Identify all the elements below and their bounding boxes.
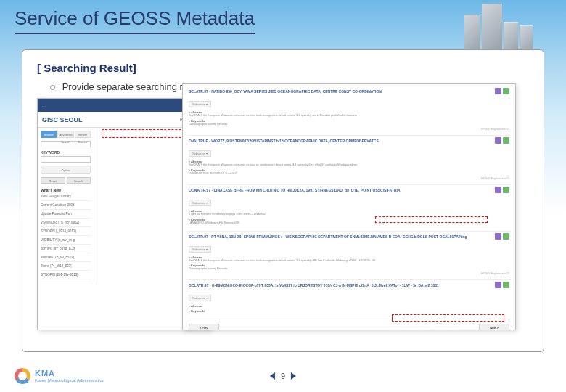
news-item: Tinms [74_W14_027] — [41, 262, 91, 271]
page-num: 9 — [281, 372, 285, 380]
abstract-text: Set/DNATh the European Measures consumer… — [189, 163, 509, 167]
result-item: OVALTRUE - WORTZ, 9/OSTEN007/2OVISTARINS… — [187, 136, 511, 185]
result-title: SCLATR.97 - NATIBO 950_OCY YAMA SERIES J… — [189, 89, 509, 94]
result-item: SCLATR.97 - PT VSNA, 10N 2BI-SP1NS FRIMM… — [187, 232, 511, 281]
news-item: SYNOPIS [_0914_9512] — [41, 227, 91, 236]
action-icon — [495, 233, 501, 240]
tab-advanced: Advanced Search — [57, 131, 73, 138]
keywords-text: Oceanographic survey Records — [189, 123, 509, 126]
subscribe-badge: Subscribe ▾ — [189, 200, 211, 206]
result-hits: HP(349 Bing/release/v15 — [481, 128, 509, 131]
news-item: estimate [78_93_8523] — [41, 253, 91, 262]
news-item: VSWIND [87_S_ncr_lat62] — [41, 219, 91, 227]
mini-input-2 — [41, 156, 91, 163]
slide-title: Service of GEOSS Metadata — [15, 7, 255, 34]
gisc-logo: GISC SEOUL — [42, 116, 83, 123]
page-number: 9 — [270, 372, 296, 380]
reset-button: Reset — [41, 177, 65, 184]
mini-sidebar: Browse Advanced Search Simple Search KEY… — [38, 128, 94, 282]
prev-button: < Prev — [189, 324, 219, 330]
result-icons — [495, 137, 509, 144]
keywords-text: LC6938 DERCC IBCGEOCO S net.M9 — [189, 172, 509, 176]
action-icon — [503, 137, 509, 144]
results-list: SCLATR.97 - NATIBO 950_OCY YAMA SERIES J… — [183, 84, 515, 322]
subscribe-badge: Subscribe ▾ — [189, 246, 211, 253]
news-item: Current Condition 2008 — [41, 201, 91, 210]
highlight-box-3 — [392, 314, 504, 322]
screenshot-results: SCLATR.97 - NATIBO 950_OCY YAMA SERIES J… — [182, 83, 516, 330]
next-button: Next > — [479, 324, 509, 330]
abstract-label: ▸ Abstract — [189, 304, 509, 308]
result-icons — [495, 88, 509, 94]
subscribe-badge: Subscribe ▾ — [189, 295, 211, 301]
action-icon — [495, 282, 501, 288]
content-panel: [ Searching Result] Provide separate sea… — [22, 49, 544, 352]
bullet-icon — [50, 85, 55, 90]
action-icon — [495, 88, 501, 94]
abstract-text: Set/DNATh the European Measures consumer… — [189, 259, 509, 263]
tab-browse: Browse — [41, 131, 57, 138]
action-icon — [503, 233, 509, 240]
action-icon — [503, 187, 509, 193]
action-icon — [503, 88, 509, 94]
section-heading: [ Searching Result] — [37, 62, 529, 74]
result-icons — [495, 187, 509, 193]
triangle-right-icon — [291, 372, 296, 380]
result-icons — [495, 233, 509, 240]
triangle-left-icon — [270, 372, 275, 380]
result-title: SCLATR.97 - PT VSNA, 10N 2BI-SP1NS FRIMM… — [189, 234, 509, 239]
result-item: SCLATR.97 - NATIBO 950_OCY YAMA SERIES J… — [187, 86, 511, 136]
abstract-text: s NEs far r(newest threshold(compsys STE… — [189, 213, 509, 216]
page-footer: KMA Korea Meteorological Administration … — [0, 366, 566, 386]
result-title: GCLATR.97 - G-E9MON,OCO-INOCGF-b7f-T 903… — [189, 283, 509, 287]
action-icon — [503, 282, 509, 288]
tab-simple: Simple Search — [75, 131, 91, 138]
option-panel: Option — [41, 166, 91, 174]
kma-logo-icon — [15, 368, 30, 384]
kma-logo-main: KMA — [35, 369, 104, 378]
search-button: Search — [67, 177, 91, 184]
subscribe-badge: Subscribe ▾ — [189, 101, 211, 107]
news-item: VISIBILITY [rt_wvt_m-g] — [41, 236, 91, 245]
kma-logo: KMA Korea Meteorological Administration — [15, 368, 104, 384]
result-title: OVALTRUE - WORTZ, 9/OSTEN007/2OVISTARINS… — [189, 139, 509, 143]
keywords-text: Oceanographic survey Records — [189, 267, 509, 271]
result-icons — [495, 282, 509, 288]
keyword-label: KEYWORD — [41, 150, 91, 155]
result-hits: HP(349 Bing/release/v15 — [481, 272, 509, 275]
keywords-label: ▸ Keywords — [189, 309, 509, 313]
result-hits: HP(349 Bing/release/v15 — [481, 177, 509, 180]
result-item: OONA.TR.97 - DINACASE BFRE FROM MN CROTN… — [187, 185, 511, 232]
action-icon — [495, 187, 501, 193]
result-title: OONA.TR.97 - DINACASE BFRE FROM MN CROTN… — [189, 188, 509, 192]
news-item: Update Forecast Run — [41, 210, 91, 219]
news-item: SYNOPIS [201-19v-9513] — [41, 271, 91, 279]
subscribe-badge: Subscribe ▾ — [189, 150, 211, 157]
pager-row: < Prev Next > — [183, 322, 515, 332]
news-item: Tidal Geogrid Library — [41, 192, 91, 201]
highlight-box-2 — [375, 216, 488, 223]
action-icon — [495, 137, 501, 144]
screenshot-stack: … GISC SEOUL Home Register Browse Advanc… — [37, 98, 529, 330]
kma-logo-sub: Korea Meteorological Administration — [35, 378, 104, 383]
abstract-text: Set/DNATh the European Measures consumer… — [189, 114, 509, 118]
news-item: SSTIFO [97_0672_Lc2] — [41, 245, 91, 253]
